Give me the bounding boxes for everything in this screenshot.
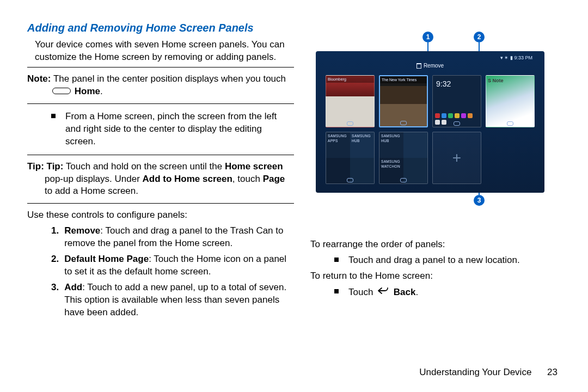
home-label: Home xyxy=(75,86,100,96)
tip-text-2c: to add a Home screen. xyxy=(45,186,138,196)
list-text: : Touch to add a new panel, up to a tota… xyxy=(64,282,286,317)
tablet-screenshot: ▾ ✶ ▮ 9:33 PM Remove Bloomberg The New Y… xyxy=(316,51,544,193)
panel-grid: Bloomberg The New York Times 9:32 S Note… xyxy=(326,75,535,184)
panel-thumbnail: 9:32 xyxy=(432,75,481,127)
status-icons: ▾ ✶ ▮ xyxy=(500,55,514,60)
home-chip-icon xyxy=(347,121,353,126)
divider xyxy=(27,203,294,204)
remove-bar: Remove xyxy=(326,62,535,72)
divider xyxy=(27,67,294,68)
tip-label: Tip: Tip: xyxy=(27,161,63,171)
tip-text-1a: Touch and hold on the screen until the xyxy=(66,161,225,171)
list-number: 2. xyxy=(51,253,59,278)
panel-thumbnail: SAMSUNG APPS SAMSUNG HUB xyxy=(326,132,375,184)
list-bold: Remove xyxy=(64,225,100,236)
section-heading: Adding and Removing Home Screen Panels xyxy=(27,21,294,35)
home-key-icon xyxy=(52,88,71,94)
controls-list: 1. Remove: Touch and drag a panel to the… xyxy=(51,225,294,319)
list-item: 3. Add: Touch to add a new panel, up to … xyxy=(51,281,294,319)
pinch-instruction: From a Home screen, pinch the screen fro… xyxy=(65,111,294,148)
divider xyxy=(27,155,294,155)
intro-text: Your device comes with seven Home screen… xyxy=(35,39,294,64)
clock-widget: 9:32 xyxy=(433,76,481,93)
panel-thumbnail: The New York Times xyxy=(379,75,428,127)
home-chip-icon xyxy=(454,121,460,126)
note-text: The panel in the center position display… xyxy=(53,74,286,84)
home-chip-icon xyxy=(347,178,353,182)
square-bullet-icon xyxy=(334,258,339,262)
list-number: 1. xyxy=(51,225,59,250)
tip-bold-add: Add to Home screen xyxy=(143,174,232,184)
status-bar: ▾ ✶ ▮ 9:33 PM xyxy=(326,54,535,62)
trash-icon xyxy=(416,63,421,69)
right-text: To rearrange the order of panels: Touch … xyxy=(310,238,561,299)
right-column: 1 2 3 ▾ ✶ ▮ 9:33 PM Remove Bloomberg The… xyxy=(310,21,561,381)
list-number: 3. xyxy=(51,281,59,319)
square-bullet-icon xyxy=(51,114,56,118)
controls-lead: Use these controls to configure panels: xyxy=(27,209,294,222)
return-lead: To return to the Home screen: xyxy=(310,270,561,283)
back-icon xyxy=(377,286,389,298)
home-chip-icon xyxy=(507,121,513,126)
rearrange-bullet: Touch and drag a panel to a new location… xyxy=(348,254,561,267)
panel-thumbnail: SAMSUNG HUB SAMSUNG WATCHON xyxy=(379,132,428,184)
note-block: Note: The panel in the center position d… xyxy=(27,73,294,98)
list-bold: Add xyxy=(64,282,82,292)
bullet-pinch: From a Home screen, pinch the screen fro… xyxy=(51,111,294,148)
callout-1: 1 xyxy=(422,32,433,42)
tip-text-2a: pop-up displays. Under xyxy=(45,174,143,184)
divider xyxy=(27,103,294,104)
panel-thumbnail: Bloomberg xyxy=(326,75,375,127)
home-chip-icon xyxy=(400,121,407,125)
tip-text-2b: , touch xyxy=(232,174,263,184)
page-footer: Understanding Your Device 23 xyxy=(419,366,558,379)
remove-label: Remove xyxy=(424,63,444,69)
home-chip-icon xyxy=(400,178,407,182)
panel-add: + xyxy=(432,132,481,184)
panel-thumbnail: S Note xyxy=(486,75,535,127)
tip-bold-homescreen: Home screen xyxy=(225,161,283,171)
tip-block: Tip: Tip: Touch and hold on the screen u… xyxy=(27,161,294,198)
list-item: 2. Default Home Page: Touch the Home ico… xyxy=(51,253,294,278)
rearrange-lead: To rearrange the order of panels: xyxy=(310,238,561,251)
list-bold: Default Home Page xyxy=(64,254,149,264)
figure: 1 2 3 ▾ ✶ ▮ 9:33 PM Remove Bloomberg The… xyxy=(316,32,544,200)
left-column: Adding and Removing Home Screen Panels Y… xyxy=(27,21,294,381)
tip-bold-page: Page xyxy=(263,174,285,184)
back-label: Back xyxy=(394,287,416,297)
callout-2: 2 xyxy=(474,32,485,42)
square-bullet-icon xyxy=(334,289,339,293)
status-time: 9:33 PM xyxy=(514,55,532,60)
callout-3: 3 xyxy=(474,195,485,206)
page-number: 23 xyxy=(547,367,558,377)
snote-title: S Note xyxy=(486,76,534,85)
back-prefix: Touch xyxy=(348,287,373,297)
note-label: Note: xyxy=(27,74,51,84)
list-item: 1. Remove: Touch and drag a panel to the… xyxy=(51,225,294,250)
footer-section: Understanding Your Device xyxy=(419,367,531,377)
